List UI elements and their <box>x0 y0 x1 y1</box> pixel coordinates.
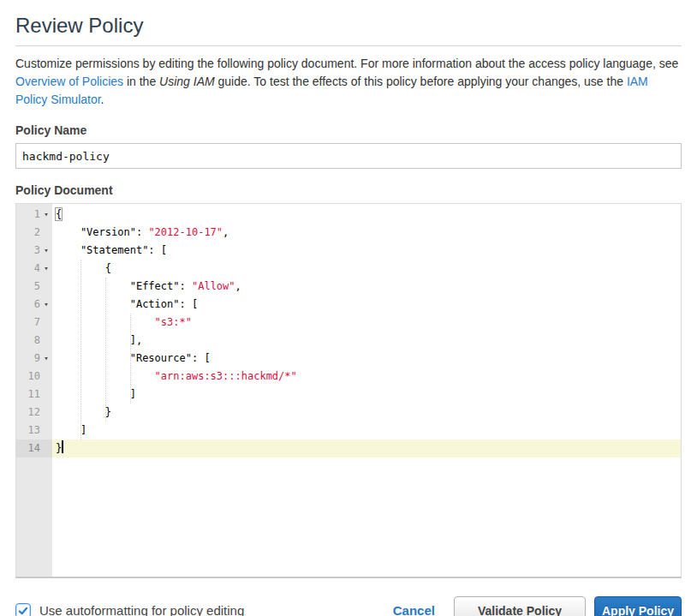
description-text-1: Customize permissions by editing the fol… <box>15 57 678 70</box>
gutter-line-number: 7 <box>16 314 52 332</box>
code-line: { <box>52 206 681 224</box>
code-line: ] <box>52 386 681 404</box>
checkmark-icon <box>17 605 29 616</box>
review-policy-page: Review Policy Customize permissions by e… <box>0 14 697 616</box>
gutter-line-number: 2 <box>16 224 52 242</box>
fold-arrow-icon[interactable]: ▾ <box>40 350 52 368</box>
code-line: "Version": "2012-10-17", <box>52 224 681 242</box>
gutter-line-number: 6▾ <box>16 296 52 314</box>
description-paragraph: Customize permissions by editing the fol… <box>15 55 682 109</box>
gutter-line-number: 3▾ <box>16 242 52 260</box>
code-line: { <box>52 260 681 278</box>
gutter-line-number: 8 <box>16 332 52 350</box>
gutter-line-number: 13 <box>16 422 52 440</box>
code-line: "Action": [ <box>52 296 681 314</box>
policy-document-label: Policy Document <box>15 183 682 197</box>
gutter-line-number: 9▾ <box>16 350 52 368</box>
gutter-line-number: 12 <box>16 404 52 422</box>
autoformat-checkbox-label: Use autoformatting for policy editing <box>39 603 244 616</box>
editor-gutter: 1▾23▾4▾56▾789▾1011121314 <box>16 204 52 577</box>
code-line: "Statement": [ <box>52 242 681 260</box>
code-line: "Resource": [ <box>52 350 681 368</box>
cancel-link[interactable]: Cancel <box>393 603 435 616</box>
footer-buttons: Cancel Validate Policy Apply Policy <box>393 596 682 616</box>
policy-name-label: Policy Name <box>15 123 682 137</box>
gutter-line-number: 14 <box>16 440 52 458</box>
gutter-line-number: 11 <box>16 386 52 404</box>
title-divider <box>15 45 682 46</box>
validate-policy-button[interactable]: Validate Policy <box>454 596 586 616</box>
editor-code[interactable]: { "Version": "2012-10-17", "Statement": … <box>52 204 681 577</box>
gutter-line-number: 4▾ <box>16 260 52 278</box>
code-line: "s3:*" <box>52 314 681 332</box>
page-title: Review Policy <box>15 14 682 38</box>
footer-actions: Use autoformatting for policy editing Ca… <box>15 596 682 616</box>
code-line: } <box>52 404 681 422</box>
fold-arrow-icon[interactable]: ▾ <box>40 296 52 314</box>
policy-document-editor[interactable]: 1▾23▾4▾56▾789▾1011121314 { "Version": "2… <box>15 203 682 578</box>
text-cursor <box>62 440 63 453</box>
using-iam-guide-name: Using IAM <box>159 75 215 88</box>
autoformat-checkbox[interactable] <box>15 603 31 616</box>
gutter-line-number: 5 <box>16 278 52 296</box>
overview-of-policies-link[interactable]: Overview of Policies <box>15 75 123 88</box>
description-text-4: . <box>101 93 104 106</box>
description-text-2: in the <box>123 75 159 88</box>
code-line: ], <box>52 332 681 350</box>
code-line: ] <box>52 422 681 440</box>
gutter-line-number: 1▾ <box>16 206 52 224</box>
policy-name-input[interactable] <box>15 143 682 169</box>
fold-arrow-icon[interactable]: ▾ <box>40 242 52 260</box>
code-line: "arn:aws:s3:::hackmd/*" <box>52 368 681 386</box>
fold-arrow-icon[interactable]: ▾ <box>40 206 52 224</box>
code-line: } <box>52 440 681 458</box>
apply-policy-button[interactable]: Apply Policy <box>594 596 682 616</box>
code-line: "Effect": "Allow", <box>52 278 681 296</box>
fold-arrow-icon[interactable]: ▾ <box>40 260 52 278</box>
description-text-3: guide. To test the effects of this polic… <box>215 75 627 88</box>
gutter-line-number: 10 <box>16 368 52 386</box>
